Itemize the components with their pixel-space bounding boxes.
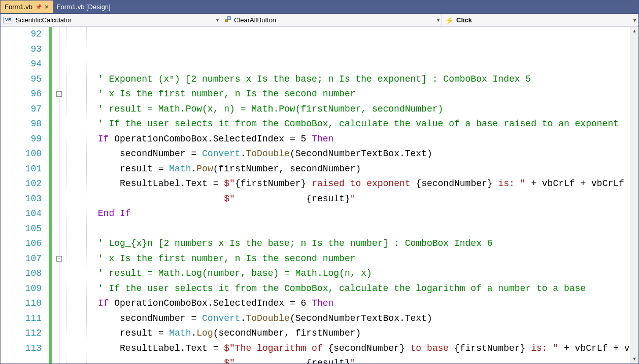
code-line[interactable]: result = Math.Pow(firstNumber, secondNum… (65, 162, 630, 177)
code-line[interactable]: ResultLabel.Text = $"The logarithm of {s… (65, 341, 630, 356)
line-number: 104 (1, 206, 42, 222)
event-name: Click (456, 16, 472, 24)
chevron-down-icon: ▾ (216, 17, 219, 23)
window-root: Form1.vb 📌 × Form1.vb [Design] VB Scient… (0, 0, 639, 364)
code-line[interactable]: ' x Is the first number, n Is the second… (65, 251, 630, 267)
tab-label: Form1.vb [Design] (57, 3, 111, 11)
code-line[interactable]: ' If the user selects it from the ComboB… (65, 117, 630, 132)
code-line[interactable]: secondNumber = Convert.ToDouble(SecondNu… (65, 147, 630, 162)
member-navbar: VB ScientificCalculator ▾ ClearAllButton… (1, 14, 638, 27)
line-number: 109 (1, 281, 42, 297)
scroll-down-icon[interactable]: ▼ (630, 355, 638, 363)
code-editor[interactable]: 9293949596979899100101102103104105106107… (1, 27, 638, 363)
line-number: 93 (1, 42, 42, 57)
code-line[interactable]: ' result = Math.Log(number, base) = Math… (65, 266, 630, 281)
code-line[interactable]: End If (65, 206, 630, 222)
scroll-up-icon[interactable]: ▲ (630, 27, 638, 35)
line-number: 95 (1, 72, 42, 87)
line-number: 101 (1, 162, 42, 177)
tab-form1-vb[interactable]: Form1.vb 📌 × (1, 1, 53, 13)
line-number: 98 (1, 117, 42, 132)
line-number: 100 (1, 147, 42, 162)
vb-icon: VB (4, 17, 13, 23)
pin-icon[interactable]: 📌 (36, 4, 42, 10)
change-markers (49, 27, 56, 363)
code-line[interactable]: $" {result}" (65, 192, 630, 207)
project-dropdown[interactable]: VB ScientificCalculator ▾ (1, 14, 221, 26)
line-number: 105 (1, 222, 42, 237)
chevron-down-icon: ▾ (437, 17, 440, 23)
outline-margin[interactable]: −− (56, 27, 63, 363)
code-line[interactable]: ' If the user selects it from the ComboB… (65, 281, 630, 297)
collapse-toggle[interactable]: − (56, 91, 62, 97)
code-line[interactable]: secondNumber = Convert.ToDouble(SecondNu… (65, 311, 630, 326)
collapse-toggle[interactable]: − (56, 256, 62, 262)
line-number: 96 (1, 87, 42, 102)
line-number: 106 (1, 236, 42, 251)
code-line[interactable] (65, 222, 630, 237)
code-line[interactable]: ResultLabel.Text = $"{firstNumber} raise… (65, 176, 630, 192)
line-number: 112 (1, 326, 42, 341)
line-number: 107 (1, 251, 42, 267)
code-line[interactable]: ' Log_{x}n [2 numbers x Is the base; n I… (65, 236, 630, 251)
svg-rect-1 (227, 17, 230, 20)
member-name: ClearAllButton (234, 16, 276, 24)
event-dropdown[interactable]: ⚡ Click ▾ (442, 14, 638, 26)
code-line[interactable]: $" {result}" (65, 356, 630, 363)
line-number: 102 (1, 176, 42, 192)
tab-form1-design[interactable]: Form1.vb [Design] (53, 1, 115, 13)
line-number: 108 (1, 266, 42, 281)
project-name: ScientificCalculator (16, 16, 72, 24)
code-line[interactable]: result = Math.Log(secondNumber, firstNum… (65, 326, 630, 341)
line-number: 94 (1, 57, 42, 72)
chevron-down-icon: ▾ (633, 17, 636, 23)
line-number: 92 (1, 27, 42, 42)
line-number: 103 (1, 192, 42, 207)
code-line[interactable]: ' x Is the first number, n Is the second… (65, 87, 630, 102)
member-dropdown[interactable]: ClearAllButton ▾ (221, 14, 442, 26)
close-icon[interactable]: × (45, 3, 49, 11)
line-number-gutter: 9293949596979899100101102103104105106107… (1, 27, 49, 363)
code-area[interactable]: ' Exponent (xⁿ) [2 numbers x Is the base… (63, 27, 630, 363)
vertical-scrollbar[interactable]: ▲ ▼ (630, 27, 638, 363)
code-line[interactable]: If OperationComboBox.SelectedIndex = 6 T… (65, 296, 630, 311)
tab-label: Form1.vb (5, 3, 32, 11)
code-line[interactable]: ' Exponent (xⁿ) [2 numbers x Is the base… (65, 72, 630, 87)
line-number: 111 (1, 311, 42, 326)
line-number: 97 (1, 102, 42, 117)
member-icon (224, 16, 231, 24)
line-number: 113 (1, 341, 42, 356)
lightning-icon: ⚡ (445, 16, 454, 24)
line-number: 110 (1, 296, 42, 311)
document-tabstrip: Form1.vb 📌 × Form1.vb [Design] (1, 1, 638, 14)
code-line[interactable]: ' result = Math.Pow(x, n) = Math.Pow(fir… (65, 102, 630, 117)
line-number: 99 (1, 132, 42, 147)
code-line[interactable]: If OperationComboBox.SelectedIndex = 5 T… (65, 132, 630, 147)
